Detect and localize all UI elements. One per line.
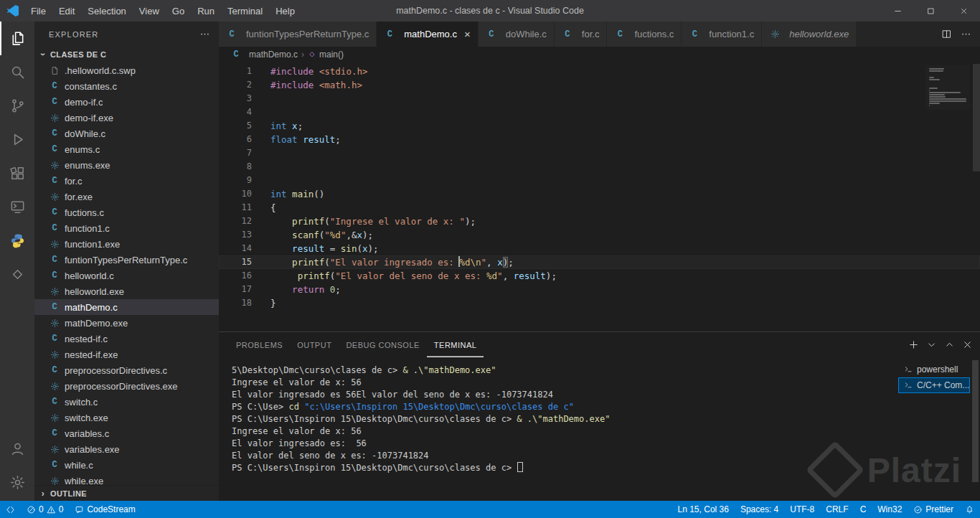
code-line-13[interactable]: 13 scanf("%d",&x); xyxy=(219,228,980,242)
file-mathdemo-c[interactable]: CmathDemo.c xyxy=(34,299,219,315)
activity-remote-explorer-icon[interactable] xyxy=(0,190,34,224)
code-line-2[interactable]: 2#include <math.h> xyxy=(219,78,980,92)
file-preprocessordirectives-exe[interactable]: preprocessorDirectives.exe xyxy=(34,378,219,394)
tab-mathdemo-c[interactable]: CmathDemo.c× xyxy=(377,22,478,47)
menu-help[interactable]: Help xyxy=(269,0,301,22)
code-line-18[interactable]: 18} xyxy=(219,296,980,310)
file-nested-if-exe[interactable]: nested-if.exe xyxy=(34,347,219,362)
status-prettier[interactable]: Prettier xyxy=(908,501,959,518)
status-indentation[interactable]: Spaces: 4 xyxy=(735,501,784,518)
split-editor-icon[interactable] xyxy=(941,29,952,39)
code-line-8[interactable]: 8 xyxy=(219,160,980,174)
file-demo-if-c[interactable]: Cdemo-if.c xyxy=(34,94,219,110)
file-function1-exe[interactable]: function1.exe xyxy=(34,236,219,252)
code-line-9[interactable]: 9 xyxy=(219,174,980,187)
close-panel-icon[interactable] xyxy=(962,339,973,350)
menu-file[interactable]: File xyxy=(24,0,52,22)
tab-dowhile-c[interactable]: CdoWhile.c xyxy=(479,22,555,47)
code-editor[interactable]: 1#include <stdio.h>2#include <math.h>345… xyxy=(219,62,980,331)
file-function1-c[interactable]: Cfunction1.c xyxy=(34,220,219,236)
activity-settings-icon[interactable] xyxy=(0,466,34,499)
problems-status[interactable]: 0 0 xyxy=(21,501,69,518)
tab-close-icon[interactable]: × xyxy=(464,29,471,39)
code-line-3[interactable]: 3 xyxy=(219,92,980,105)
code-line-17[interactable]: 17 return 0; xyxy=(219,283,980,296)
file-helloworld-c[interactable]: Chelloworld.c xyxy=(34,268,219,283)
editor-scrollbar[interactable] xyxy=(973,64,980,171)
tab-function1-c[interactable]: Cfunction1.c xyxy=(682,22,762,47)
code-line-16[interactable]: 16 printf("El valor del seno de x es: %d… xyxy=(219,269,980,283)
panel-tab-problems[interactable]: PROBLEMS xyxy=(229,332,290,357)
menu-go[interactable]: Go xyxy=(166,0,191,22)
panel-tab-terminal[interactable]: TERMINAL xyxy=(427,332,484,357)
outline-section-header[interactable]: › OUTLINE xyxy=(34,485,219,501)
status-language-mode[interactable]: C xyxy=(854,501,872,518)
file-fuctions-c[interactable]: Cfuctions.c xyxy=(34,204,219,220)
code-line-11[interactable]: 11{ xyxy=(219,201,980,215)
terminal-instance-powershell[interactable]: powershell xyxy=(898,362,970,377)
explorer-more-actions-icon[interactable] xyxy=(199,29,210,39)
file-enums-exe[interactable]: enums.exe xyxy=(34,157,219,173)
activity-account-icon[interactable] xyxy=(0,432,34,466)
menu-view[interactable]: View xyxy=(133,0,166,22)
tab-helloworld-exe[interactable]: helloworld.exe xyxy=(762,22,857,47)
status-encoding[interactable]: UTF-8 xyxy=(784,501,820,518)
file-funtiontypesperreturntype-c[interactable]: CfuntionTypesPerReturnType.c xyxy=(34,252,219,268)
launch-profile-icon[interactable] xyxy=(926,339,937,350)
file-mathdemo-exe[interactable]: mathDemo.exe xyxy=(34,315,219,331)
notifications-bell[interactable] xyxy=(959,501,980,518)
tab-funtiontypesperreturntype-c[interactable]: CfuntionTypesPerReturnType.c xyxy=(219,22,377,47)
codestream-status[interactable]: CodeStream xyxy=(69,501,141,518)
activity-search-icon[interactable] xyxy=(0,55,34,89)
panel-tab-output[interactable]: OUTPUT xyxy=(290,332,339,357)
new-terminal-icon[interactable] xyxy=(908,339,919,350)
file-while-exe[interactable]: while.exe xyxy=(34,473,219,485)
file-switch-exe[interactable]: switch.exe xyxy=(34,410,219,425)
close-window-button[interactable] xyxy=(947,0,980,22)
breadcrumb-item-mathdemo-c[interactable]: CmathDemo.c xyxy=(230,50,298,60)
file-variables-exe[interactable]: variables.exe xyxy=(34,441,219,457)
status-eol[interactable]: CRLF xyxy=(820,501,854,518)
folder-section-header[interactable]: › CLASES DE C xyxy=(34,47,219,62)
terminal-scrollbar[interactable] xyxy=(970,357,980,501)
more-actions-icon[interactable] xyxy=(961,29,971,39)
status-platform[interactable]: Win32 xyxy=(872,501,908,518)
code-line-14[interactable]: 14 result = sin(x); xyxy=(219,242,980,255)
file-helloworld-c-swp[interactable]: .helloworld.c.swp xyxy=(34,62,219,78)
code-line-7[interactable]: 7 xyxy=(219,146,980,160)
file-for-exe[interactable]: for.exe xyxy=(34,189,219,204)
terminal-instance-c-c-com[interactable]: C/C++ Com... xyxy=(898,377,970,393)
file-enums-c[interactable]: Cenums.c xyxy=(34,141,219,157)
activity-run-debug-icon[interactable] xyxy=(0,123,34,156)
activity-codestream-icon[interactable] xyxy=(0,258,34,291)
code-line-4[interactable]: 4 xyxy=(219,105,980,119)
breadcrumb-item-main[interactable]: main() xyxy=(308,50,344,60)
file-while-c[interactable]: Cwhile.c xyxy=(34,457,219,473)
activity-explorer-icon[interactable] xyxy=(0,22,34,55)
code-line-1[interactable]: 1#include <stdio.h> xyxy=(219,65,980,78)
file-constantes-c[interactable]: Cconstantes.c xyxy=(34,78,219,94)
file-preprocessordirectives-c[interactable]: CpreprocessorDirectives.c xyxy=(34,362,219,378)
terminal[interactable]: 5\Desktop\Dmc\curso\clases de c> & .\"ma… xyxy=(219,357,898,501)
status-cursor-position[interactable]: Ln 15, Col 36 xyxy=(672,501,735,518)
code-line-6[interactable]: 6float result; xyxy=(219,133,980,146)
file-dowhile-c[interactable]: CdoWhile.c xyxy=(34,126,219,141)
file-variables-c[interactable]: Cvariables.c xyxy=(34,425,219,441)
file-demo-if-exe[interactable]: demo-if.exe xyxy=(34,110,219,126)
tab-fuctions-c[interactable]: Cfuctions.c xyxy=(607,22,682,47)
panel-tab-debug-console[interactable]: DEBUG CONSOLE xyxy=(339,332,426,357)
file-helloworld-exe[interactable]: helloworld.exe xyxy=(34,283,219,299)
activity-source-control-icon[interactable] xyxy=(0,89,34,123)
minimap[interactable] xyxy=(925,65,970,110)
menu-selection[interactable]: Selection xyxy=(81,0,132,22)
code-line-12[interactable]: 12 printf("Ingrese el valor de x: "); xyxy=(219,215,980,228)
file-for-c[interactable]: Cfor.c xyxy=(34,173,219,189)
code-line-5[interactable]: 5int x; xyxy=(219,119,980,133)
file-nested-if-c[interactable]: Cnested-if.c xyxy=(34,331,219,347)
activity-extensions-icon[interactable] xyxy=(0,156,34,190)
file-switch-c[interactable]: Cswitch.c xyxy=(34,394,219,410)
maximize-button[interactable] xyxy=(914,0,947,22)
remote-indicator[interactable] xyxy=(0,501,21,518)
menu-run[interactable]: Run xyxy=(191,0,221,22)
menu-edit[interactable]: Edit xyxy=(52,0,81,22)
